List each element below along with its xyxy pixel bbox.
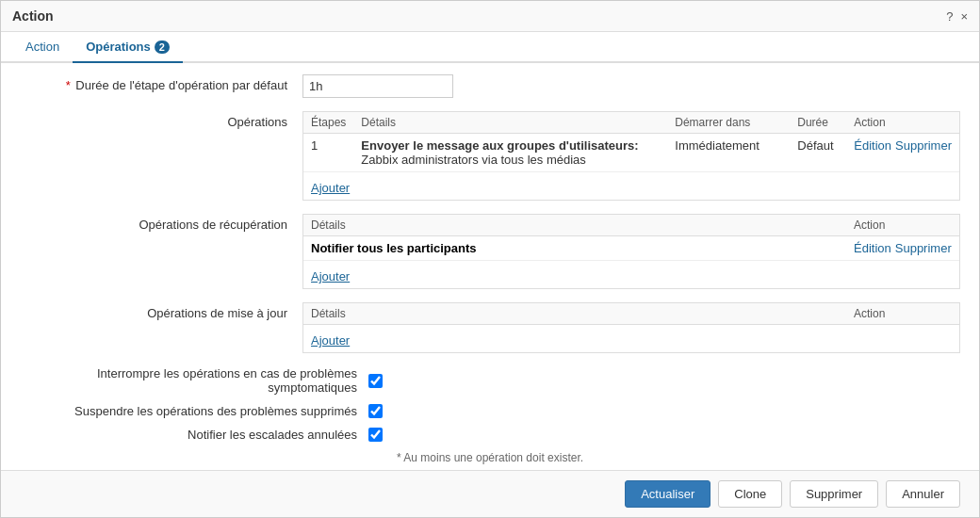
upd-add-link[interactable]: Ajouter <box>311 333 350 348</box>
update-button[interactable]: Actualiser <box>625 480 710 508</box>
update-content: Détails Action Ajouter <box>302 302 960 353</box>
col-duration: Durée <box>790 112 846 134</box>
update-row: Opérations de mise à jour Détails Action <box>20 302 960 353</box>
checkbox-2[interactable] <box>368 428 383 442</box>
op-details-suffix: Zabbix administrators via tous les média… <box>361 153 585 167</box>
dialog-controls: ? × <box>946 9 968 24</box>
rec-action-cell: Édition Supprimer <box>846 236 959 261</box>
delete-button[interactable]: Supprimer <box>790 480 878 508</box>
rec-action-buttons: Édition Supprimer <box>854 241 952 255</box>
recovery-row: Opérations de récupération Détails Actio… <box>20 214 960 289</box>
rec-add-cell: Ajouter <box>303 261 959 289</box>
dialog-title: Action <box>12 8 54 24</box>
dialog-body: * Durée de l'étape d'opération par défau… <box>1 63 979 470</box>
recovery-content: Détails Action Notifier tous les partici… <box>302 214 960 289</box>
duration-row: * Durée de l'étape d'opération par défau… <box>20 74 960 98</box>
help-icon[interactable]: ? <box>946 9 953 24</box>
close-icon[interactable]: × <box>960 9 968 24</box>
operations-table: Étapes Détails Démarrer dans Durée Actio… <box>302 111 960 201</box>
checkbox-0[interactable] <box>368 374 383 388</box>
checkbox-1[interactable] <box>368 404 383 418</box>
operations-label: Opérations <box>20 111 302 129</box>
rec-table-row: Notifier tous les participants Édition S… <box>303 236 959 261</box>
rec-add-row: Ajouter <box>303 261 959 289</box>
op-action-cell: Édition Supprimer <box>846 134 959 172</box>
dialog-header: Action ? × <box>1 1 979 32</box>
duration-content <box>302 74 960 98</box>
upd-add-cell: Ajouter <box>303 325 959 353</box>
action-dialog: Action ? × Action Opérations2 * Durée de… <box>0 0 980 518</box>
op-add-cell: Ajouter <box>303 172 959 201</box>
dialog-footer: Actualiser Clone Supprimer Annuler <box>1 470 979 517</box>
upd-add-row: Ajouter <box>303 325 959 353</box>
required-marker: * <box>66 78 71 92</box>
rec-delete-link[interactable]: Supprimer <box>895 241 952 255</box>
checkbox-row-1: Suspendre les opérations des problèmes s… <box>20 404 960 418</box>
rec-add-link[interactable]: Ajouter <box>311 269 350 283</box>
checkbox-row-0: Interrompre les opérations en cas de pro… <box>20 366 960 395</box>
table-row: 1 Envoyer le message aux groupes d'utili… <box>303 134 959 172</box>
op-add-row: Ajouter <box>303 172 959 201</box>
op-action-buttons: Édition Supprimer <box>854 138 952 153</box>
rec-edit-link[interactable]: Édition <box>854 241 891 255</box>
recovery-table: Détails Action Notifier tous les partici… <box>302 214 960 289</box>
col-steps: Étapes <box>303 112 353 134</box>
op-edit-link[interactable]: Édition <box>854 138 891 153</box>
duration-label: * Durée de l'étape d'opération par défau… <box>20 74 302 92</box>
checkbox-label-1: Suspendre les opérations des problèmes s… <box>20 404 368 418</box>
op-add-link[interactable]: Ajouter <box>311 181 350 195</box>
upd-col-details: Détails <box>303 303 846 325</box>
op-details-prefix: Envoyer le message aux groupes d'utilisa… <box>361 138 638 153</box>
tab-bar: Action Opérations2 <box>1 32 979 63</box>
col-start-in: Démarrer dans <box>667 112 790 134</box>
op-duration: Défaut <box>790 134 846 172</box>
clone-button[interactable]: Clone <box>718 480 782 508</box>
col-details: Détails <box>353 112 667 134</box>
form-note: * Au moins une opération doit exister. <box>20 451 960 464</box>
op-start-in: Immédiatement <box>667 134 790 172</box>
operations-content: Étapes Détails Démarrer dans Durée Actio… <box>302 111 960 201</box>
op-details: Envoyer le message aux groupes d'utilisa… <box>353 134 667 172</box>
operations-row: Opérations Étapes Détails Démarrer dans … <box>20 111 960 201</box>
col-action: Action <box>846 112 959 134</box>
recovery-label: Opérations de récupération <box>20 214 302 232</box>
tab-operations[interactable]: Opérations2 <box>73 32 183 63</box>
checkbox-row-2: Notifier les escalades annulées <box>20 428 960 442</box>
tab-operations-badge: 2 <box>155 40 170 54</box>
update-table: Détails Action Ajouter <box>302 302 960 353</box>
checkbox-label-0: Interrompre les opérations en cas de pro… <box>20 366 368 395</box>
checkbox-label-2: Notifier les escalades annulées <box>20 428 368 442</box>
rec-details: Notifier tous les participants <box>303 236 846 261</box>
rec-col-details: Détails <box>303 215 846 236</box>
op-delete-link[interactable]: Supprimer <box>895 138 952 153</box>
cancel-button[interactable]: Annuler <box>886 480 960 508</box>
rec-col-action: Action <box>846 215 959 236</box>
op-step: 1 <box>303 134 353 172</box>
update-label: Opérations de mise à jour <box>20 302 302 320</box>
duration-input[interactable] <box>302 74 453 98</box>
upd-col-action: Action <box>846 303 959 325</box>
tab-action[interactable]: Action <box>12 32 73 63</box>
